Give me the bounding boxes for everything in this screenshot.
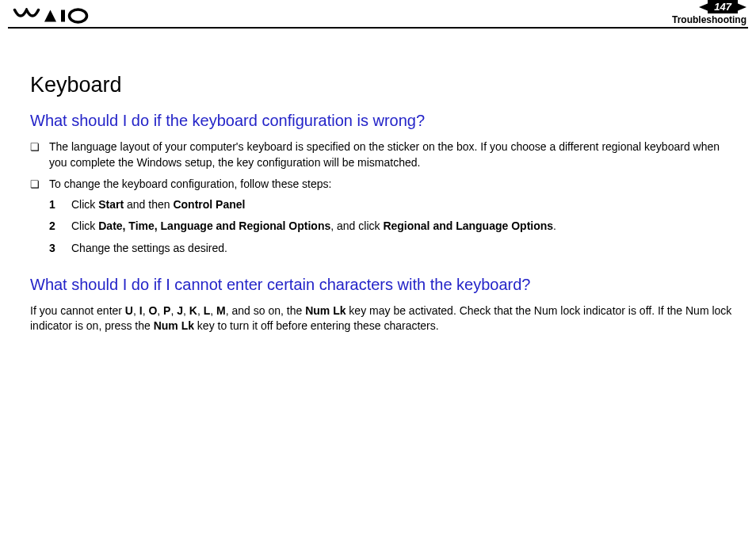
page-header: 147 Troubleshooting (0, 0, 756, 29)
step-number: 1 (49, 197, 71, 213)
header-rule (8, 27, 748, 29)
bullet-text: The language layout of your computer's k… (49, 139, 732, 170)
step-number: 3 (49, 241, 71, 257)
section1-bullets: ❏ The language layout of your computer's… (30, 139, 732, 263)
svg-point-2 (70, 10, 87, 22)
svg-rect-1 (61, 10, 65, 22)
steps-list: 1 Click Start and then Control Panel 2 C… (49, 197, 732, 257)
section2-heading: What should I do if I cannot enter certa… (30, 276, 732, 294)
step-number: 2 (49, 219, 71, 235)
next-page-arrow-icon[interactable] (737, 3, 746, 11)
step-item: 2 Click Date, Time, Language and Regiona… (49, 219, 732, 235)
step-text: Click Start and then Control Panel (71, 197, 732, 213)
bullet-icon: ❏ (30, 139, 49, 154)
bullet-text: To change the keyboard configuration, fo… (49, 177, 331, 190)
section-label: Troubleshooting (672, 14, 746, 25)
step-item: 3 Change the settings as desired. (49, 241, 732, 257)
step-text: Click Date, Time, Language and Regional … (71, 219, 732, 235)
step-text: Change the settings as desired. (71, 241, 732, 257)
bullet-icon: ❏ (30, 177, 49, 192)
step-item: 1 Click Start and then Control Panel (49, 197, 732, 213)
page-indicator: 147 (699, 0, 746, 13)
bullet-body: To change the keyboard configuration, fo… (49, 177, 732, 262)
content: Keyboard What should I do if the keyboar… (0, 29, 756, 334)
bullet-item: ❏ The language layout of your computer's… (30, 139, 732, 170)
bullet-item: ❏ To change the keyboard configuration, … (30, 177, 732, 262)
section1-heading: What should I do if the keyboard configu… (30, 112, 732, 130)
section2-para: If you cannot enter U, I, O, P, J, K, L,… (30, 303, 732, 334)
svg-marker-0 (44, 10, 56, 22)
page-title: Keyboard (30, 73, 732, 97)
vaio-logo (13, 8, 92, 27)
page-number: 147 (708, 0, 738, 13)
